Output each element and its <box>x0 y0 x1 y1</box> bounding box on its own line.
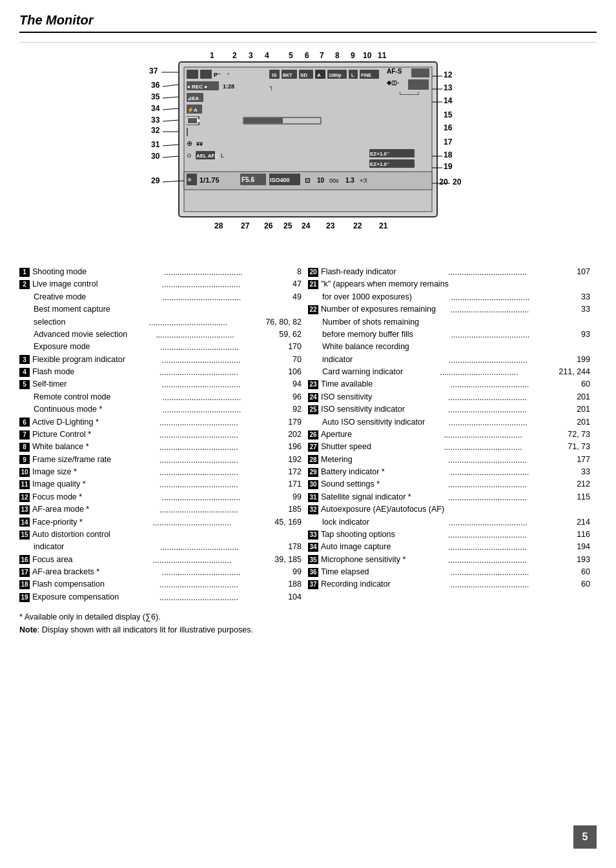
list-item: 8White balance *........................… <box>19 441 302 453</box>
list-sub-item: before memory buffer fills..............… <box>308 328 590 341</box>
svg-line-96 <box>163 156 179 157</box>
list-item: 23Time available........................… <box>308 378 590 390</box>
list-item: 22Number of exposures remaining.........… <box>308 303 590 316</box>
svg-text:⊿EA: ⊿EA <box>187 96 199 101</box>
svg-text:BKT: BKT <box>283 73 293 77</box>
list-sub-item: Continuous mode *.......................… <box>19 403 302 416</box>
list-item: 2Live image control.....................… <box>19 278 302 290</box>
svg-text:29: 29 <box>151 176 160 185</box>
indicator-list: 1Shooting mode..........................… <box>19 266 597 603</box>
list-item: 31Satellite signal indicator *..........… <box>308 491 590 503</box>
svg-text:23: 23 <box>326 221 335 230</box>
svg-text:34: 34 <box>151 104 160 113</box>
svg-text:16: 16 <box>444 123 453 132</box>
svg-text:37: 37 <box>149 66 158 76</box>
footnote-note-label: Note <box>19 625 37 634</box>
svg-text:L: L <box>351 73 354 77</box>
footnote-asterisk: * Available only in detailed display (∑6… <box>19 612 597 621</box>
svg-text:FINE: FINE <box>361 73 371 77</box>
svg-text:20: 20 <box>453 177 462 187</box>
svg-text:L: L <box>221 152 224 159</box>
list-right-col: 20Flash-ready indicator.................… <box>308 266 597 603</box>
svg-text:35: 35 <box>151 92 160 101</box>
svg-text:⊕: ⊕ <box>187 139 192 147</box>
svg-text:22: 22 <box>353 221 362 230</box>
svg-text:7: 7 <box>320 51 324 60</box>
svg-text:10: 10 <box>363 51 372 60</box>
svg-text:EZ+1.0⁻: EZ+1.0⁻ <box>370 161 389 167</box>
list-item: 18Flash compensation....................… <box>19 578 302 590</box>
svg-text:32: 32 <box>151 126 160 135</box>
svg-text:⊡: ⊡ <box>305 177 310 184</box>
list-item: 7Picture Control *......................… <box>19 429 302 441</box>
svg-text:21: 21 <box>379 221 388 230</box>
svg-text:⚡A: ⚡A <box>187 106 198 113</box>
list-item: 28Metering..............................… <box>308 454 590 466</box>
svg-line-94 <box>163 145 179 146</box>
svg-text:17: 17 <box>444 137 453 146</box>
list-item: 12Focus mode *..........................… <box>19 491 302 503</box>
list-item: 32Autoexposure (AE)/autofocus (AF) <box>308 503 590 516</box>
svg-text:6: 6 <box>305 51 309 60</box>
svg-rect-13 <box>187 70 198 79</box>
list-sub-item: Best moment capture <box>19 303 302 316</box>
list-sub-item: Card warning indicator..................… <box>308 366 590 378</box>
svg-text:F5.6: F5.6 <box>241 176 254 183</box>
svg-text:13: 13 <box>444 83 453 92</box>
svg-text:8: 8 <box>335 51 340 60</box>
list-sub-item: selection...............................… <box>19 316 302 328</box>
list-item: 33Tap shooting options..................… <box>308 529 590 541</box>
list-sub-item: Remote control mode.....................… <box>19 391 302 403</box>
svg-text:AEL AFL: AEL AFL <box>196 153 218 159</box>
svg-line-86 <box>163 97 179 98</box>
svg-text:P⁻: P⁻ <box>214 72 221 78</box>
svg-text:27: 27 <box>241 221 250 230</box>
footnote-area: * Available only in detailed display (∑6… <box>19 612 597 634</box>
svg-text:2: 2 <box>232 51 237 60</box>
svg-text:└────┘: └────┘ <box>398 91 420 97</box>
list-item: 29Battery indicator *...................… <box>308 466 590 478</box>
svg-text:19: 19 <box>444 162 453 171</box>
svg-text:4: 4 <box>265 51 269 60</box>
svg-text:⁺: ⁺ <box>227 72 230 78</box>
list-sub-item: Advanced movie selection................… <box>19 328 302 341</box>
list-item: 5Self-timer.............................… <box>19 378 302 390</box>
list-item: 19Exposure compensation.................… <box>19 591 302 603</box>
list-item: 25ISO sensitivity indicator.............… <box>308 403 590 416</box>
svg-text:IS: IS <box>272 72 277 78</box>
svg-text:+ℛ: +ℛ <box>360 177 367 184</box>
page-number: 5 <box>573 825 597 849</box>
svg-text:31: 31 <box>151 140 160 149</box>
svg-text:5: 5 <box>289 51 293 60</box>
list-item: 26Aperture..............................… <box>308 429 590 441</box>
svg-text:1.3: 1.3 <box>345 177 354 184</box>
list-item: 21"k" (appears when memory remains <box>308 278 590 290</box>
list-item: 4Flash mode.............................… <box>19 366 302 378</box>
svg-text:1080p: 1080p <box>329 73 342 78</box>
footnote-note-text: : Display shown with all indicators lit … <box>37 625 253 634</box>
list-item: 30Sound settings *......................… <box>308 478 590 490</box>
svg-text:┐: ┐ <box>269 83 273 90</box>
svg-rect-48 <box>244 118 283 123</box>
list-item: 27Shutter speed.........................… <box>308 441 590 453</box>
list-sub-item: Creative mode...........................… <box>19 291 302 303</box>
svg-text:◈◫-: ◈◫- <box>386 79 399 86</box>
svg-text:1: 1 <box>210 51 214 60</box>
title-separator <box>19 42 597 43</box>
svg-text:20: 20 <box>439 177 448 187</box>
list-sub-item: Exposure mode...........................… <box>19 341 302 353</box>
svg-text:15: 15 <box>444 110 453 119</box>
svg-text:AF-S: AF-S <box>387 68 402 75</box>
list-sub-item: indicator...............................… <box>308 354 590 366</box>
svg-text:24: 24 <box>302 221 311 230</box>
svg-text:11: 11 <box>378 51 387 60</box>
list-item: 10Image size *..........................… <box>19 466 302 478</box>
svg-rect-14 <box>200 70 212 79</box>
svg-text:10: 10 <box>317 177 325 184</box>
svg-text:12: 12 <box>444 70 453 79</box>
svg-text:14: 14 <box>444 96 453 105</box>
list-sub-item: Auto ISO sensitivity indicator..........… <box>308 416 590 429</box>
list-item: 9Frame size/frame rate..................… <box>19 454 302 466</box>
svg-text:28: 28 <box>214 221 223 230</box>
footnote-note: Note: Display shown with all indicators … <box>19 625 597 634</box>
